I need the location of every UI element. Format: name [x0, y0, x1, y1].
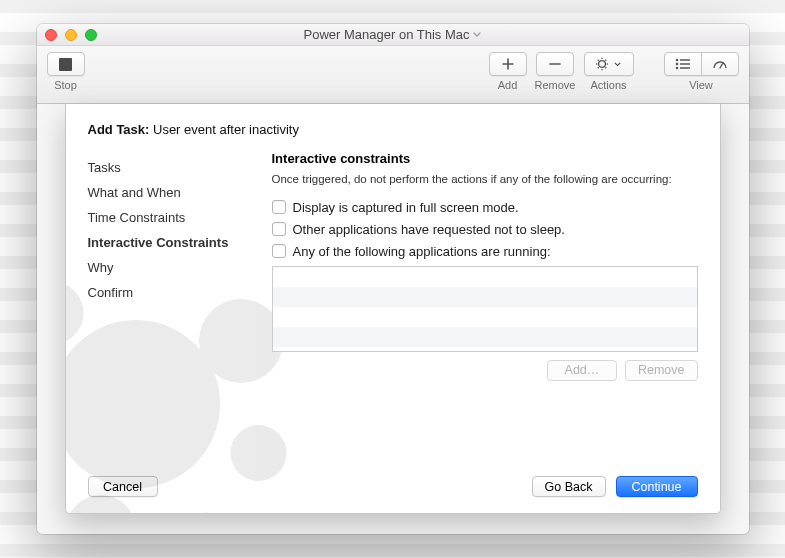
stop-button[interactable]	[47, 52, 85, 76]
step-nav: Tasks What and When Time Constraints Int…	[88, 151, 248, 462]
zoom-icon[interactable]	[85, 29, 97, 41]
checkbox-nosleep[interactable]: Other applications have requested not to…	[272, 222, 698, 237]
go-back-button[interactable]: Go Back	[532, 476, 606, 497]
stop-label: Stop	[54, 79, 77, 91]
toolbar-remove-group: Remove	[535, 52, 576, 91]
content-description: Once triggered, do not perform the actio…	[272, 172, 677, 188]
remove-label: Remove	[535, 79, 576, 91]
checkbox-label: Display is captured in full screen mode.	[293, 200, 519, 215]
nav-item-time[interactable]: Time Constraints	[88, 205, 248, 230]
gear-icon	[596, 57, 611, 71]
add-button[interactable]	[489, 52, 527, 76]
svg-point-3	[675, 67, 678, 70]
plus-icon	[501, 57, 515, 71]
cancel-button[interactable]: Cancel	[88, 476, 158, 497]
sheet-backdrop: Add Task: User event after inactivity Ta…	[37, 104, 749, 534]
window-title[interactable]: Power Manager on This Mac	[304, 27, 482, 42]
nav-item-why[interactable]: Why	[88, 255, 248, 280]
checkbox-icon	[272, 244, 286, 258]
nav-item-tasks[interactable]: Tasks	[88, 155, 248, 180]
window-title-text: Power Manager on This Mac	[304, 27, 470, 42]
checkbox-label: Other applications have requested not to…	[293, 222, 565, 237]
view-label: View	[689, 79, 713, 91]
actions-label: Actions	[590, 79, 626, 91]
app-remove-button: Remove	[625, 360, 698, 381]
actions-button[interactable]	[584, 52, 634, 76]
sheet-title-name: User event after inactivity	[153, 122, 299, 137]
toolbar: Stop Add Remove Actions	[37, 46, 749, 104]
chevron-down-icon	[614, 62, 621, 67]
nav-item-confirm[interactable]: Confirm	[88, 280, 248, 305]
titlebar: Power Manager on This Mac	[37, 24, 749, 46]
add-label: Add	[498, 79, 518, 91]
svg-point-2	[675, 63, 678, 66]
content-title: Interactive constraints	[272, 151, 698, 166]
stop-icon	[59, 58, 72, 71]
minimize-icon[interactable]	[65, 29, 77, 41]
chevron-down-icon	[473, 32, 481, 38]
svg-point-0	[599, 61, 606, 68]
checkbox-icon	[272, 222, 286, 236]
sheet-footer: Cancel Go Back Continue	[88, 462, 698, 513]
app-window: Power Manager on This Mac Stop Add Remov…	[37, 24, 749, 534]
view-gauge-button[interactable]	[701, 52, 739, 76]
toolbar-actions-group: Actions	[584, 52, 634, 91]
nav-item-what-when[interactable]: What and When	[88, 180, 248, 205]
remove-button[interactable]	[536, 52, 574, 76]
minus-icon	[548, 57, 562, 71]
sheet-title: Add Task: User event after inactivity	[88, 122, 698, 137]
sheet: Add Task: User event after inactivity Ta…	[65, 104, 721, 514]
svg-point-1	[675, 59, 678, 62]
list-icon	[675, 58, 691, 70]
toolbar-stop-group: Stop	[47, 52, 85, 91]
nav-item-interactive[interactable]: Interactive Constraints	[88, 230, 248, 255]
checkbox-apps-running[interactable]: Any of the following applications are ru…	[272, 244, 698, 259]
window-controls	[45, 29, 97, 41]
toolbar-add-group: Add	[489, 52, 527, 91]
continue-button[interactable]: Continue	[616, 476, 698, 497]
view-list-button[interactable]	[664, 52, 702, 76]
checkbox-label: Any of the following applications are ru…	[293, 244, 551, 259]
gauge-icon	[712, 58, 728, 70]
sheet-content: Interactive constraints Once triggered, …	[272, 151, 698, 462]
sheet-title-prefix: Add Task:	[88, 122, 154, 137]
checkbox-icon	[272, 200, 286, 214]
svg-point-6	[65, 282, 84, 345]
checkbox-fullscreen[interactable]: Display is captured in full screen mode.	[272, 200, 698, 215]
close-icon[interactable]	[45, 29, 57, 41]
toolbar-view-group: View	[664, 52, 739, 91]
app-add-button: Add…	[547, 360, 617, 381]
application-list[interactable]	[272, 266, 698, 352]
